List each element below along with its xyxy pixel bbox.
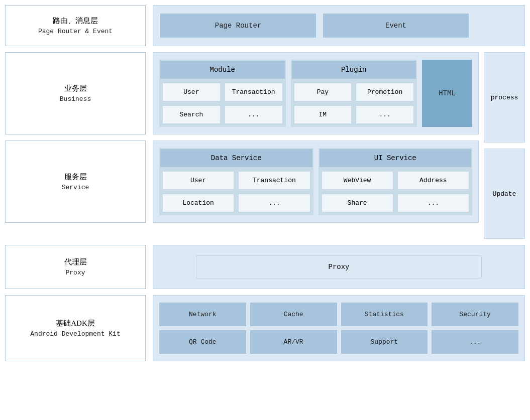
ui-cell-dots: ... bbox=[397, 194, 469, 212]
process-block: process bbox=[484, 52, 525, 143]
row3-english: Service bbox=[62, 184, 89, 191]
ui-service-group: UI Service WebView Address Share ... bbox=[319, 148, 473, 215]
page-router-block: Page Router bbox=[160, 14, 316, 38]
row2-english: Business bbox=[60, 95, 91, 103]
plugin-group: Plugin Pay Promotion IM ... bbox=[291, 60, 417, 127]
adk-cache: Cache bbox=[250, 303, 337, 326]
row5-english: Android Development Kit bbox=[30, 330, 120, 338]
ui-service-cells: WebView Address Share ... bbox=[320, 171, 472, 214]
row5-chinese: 基础ADK层 bbox=[56, 319, 95, 328]
left-label-row5: 基础ADK层 Android Development Kit bbox=[5, 295, 146, 361]
side-column: process Update bbox=[484, 52, 525, 239]
ds-cell-dots: ... bbox=[238, 194, 310, 212]
plugin-cell-promotion: Promotion bbox=[356, 83, 414, 101]
module-group: Module User Transaction Search ... bbox=[159, 60, 286, 127]
data-service-cells: User Transaction Location ... bbox=[160, 171, 312, 214]
adk-arvr: AR/VR bbox=[250, 330, 337, 354]
update-block: Update bbox=[484, 149, 525, 239]
plugin-header: Plugin bbox=[292, 61, 416, 79]
ds-cell-user: User bbox=[162, 171, 234, 190]
row3-chinese: 服务层 bbox=[64, 172, 87, 182]
row-adk: 基础ADK层 Android Development Kit Network C… bbox=[5, 295, 525, 361]
module-cell-dots: ... bbox=[225, 105, 283, 124]
data-service-header: Data Service bbox=[160, 149, 312, 167]
row2-chinese: 业务层 bbox=[64, 84, 87, 93]
plugin-cells: Pay Promotion IM ... bbox=[292, 83, 416, 126]
row-proxy: 代理层 Proxy Proxy bbox=[5, 245, 525, 289]
row-service: 服务层 Service Data Service User Transactio… bbox=[5, 141, 479, 223]
middle-main: 业务层 Business Module User Transaction Sea… bbox=[5, 52, 479, 239]
adk-row1: Network Cache Statistics Security bbox=[159, 303, 518, 326]
adk-security: Security bbox=[432, 303, 518, 326]
adk-dots: ... bbox=[432, 330, 518, 354]
module-cell-user: User bbox=[162, 83, 221, 101]
row4-chinese: 代理层 bbox=[64, 257, 87, 267]
left-label-row2: 业务层 Business bbox=[5, 52, 146, 134]
adk-right: Network Cache Statistics Security QR Cod… bbox=[153, 295, 525, 361]
proxy-block: Proxy bbox=[196, 255, 482, 278]
ui-cell-webview: WebView bbox=[322, 171, 393, 190]
html-block: HTML bbox=[422, 60, 472, 127]
module-cell-transaction: Transaction bbox=[225, 83, 283, 101]
left-label-row3: 服务层 Service bbox=[5, 141, 146, 223]
proxy-right: Proxy bbox=[153, 245, 525, 289]
row-business: 业务层 Business Module User Transaction Sea… bbox=[5, 52, 479, 134]
service-right: Data Service User Transaction Location .… bbox=[153, 141, 479, 223]
ds-cell-location: Location bbox=[162, 194, 234, 212]
row1-right: Page Router Event bbox=[153, 5, 525, 46]
event-block: Event bbox=[323, 14, 469, 38]
left-label-row4: 代理层 Proxy bbox=[5, 245, 146, 289]
module-cells: User Transaction Search ... bbox=[160, 83, 285, 126]
row-page-router: 路由、消息层 Page Router & Event Page Router E… bbox=[5, 5, 525, 46]
ui-cell-address: Address bbox=[397, 171, 469, 190]
adk-support: Support bbox=[341, 330, 428, 354]
left-label-row1: 路由、消息层 Page Router & Event bbox=[5, 5, 146, 46]
business-right: Module User Transaction Search ... Plugi… bbox=[153, 52, 479, 134]
plugin-cell-dots: ... bbox=[356, 105, 414, 124]
ui-service-header: UI Service bbox=[320, 149, 472, 167]
adk-network: Network bbox=[159, 303, 246, 326]
row1-chinese: 路由、消息层 bbox=[53, 16, 98, 26]
plugin-cell-pay: Pay bbox=[294, 83, 352, 101]
data-service-group: Data Service User Transaction Location .… bbox=[159, 148, 313, 215]
adk-row2: QR Code AR/VR Support ... bbox=[159, 330, 518, 354]
ui-cell-share: Share bbox=[322, 194, 393, 212]
row4-english: Proxy bbox=[65, 269, 85, 276]
plugin-cell-im: IM bbox=[294, 105, 352, 124]
adk-statistics: Statistics bbox=[341, 303, 428, 326]
adk-qrcode: QR Code bbox=[159, 330, 246, 354]
main-container: 路由、消息层 Page Router & Event Page Router E… bbox=[0, 0, 530, 366]
row1-english: Page Router & Event bbox=[38, 28, 113, 35]
middle-section: 业务层 Business Module User Transaction Sea… bbox=[5, 52, 525, 239]
module-cell-search: Search bbox=[162, 105, 221, 124]
module-header: Module bbox=[160, 61, 285, 79]
ds-cell-transaction: Transaction bbox=[238, 171, 310, 190]
